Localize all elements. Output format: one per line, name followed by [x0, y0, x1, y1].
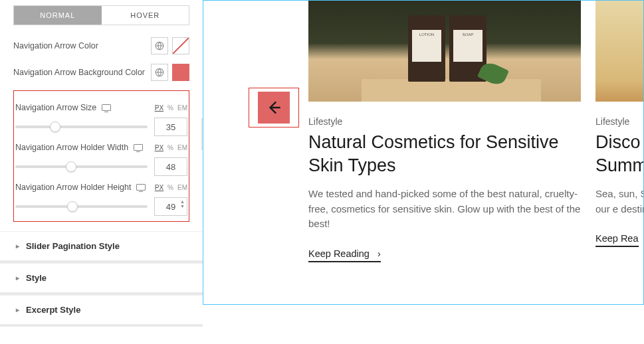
row-arrow-color: Navigation Arrow Color [13, 37, 189, 54]
card-category[interactable]: Lifestyle [308, 116, 581, 127]
slider-holder-width[interactable] [15, 165, 148, 168]
card-description: We tested and hand-picked some of the be… [308, 187, 581, 232]
nav-arrow-prev[interactable] [258, 92, 290, 124]
caret-icon: ▸ [16, 242, 19, 250]
tab-normal[interactable]: NORMAL [14, 6, 102, 25]
keep-reading-link[interactable]: Keep Rea [595, 233, 639, 247]
slider-arrow-size[interactable] [15, 126, 148, 128]
color-swatch-none[interactable] [172, 37, 189, 54]
tab-hover[interactable]: HOVER [102, 6, 189, 25]
highlighted-controls: Navigation Arrow Size PX%EM 35 Navigatio… [13, 90, 189, 222]
accordion-excerpt-style[interactable]: ▸Excerpt Style [0, 295, 203, 327]
keep-reading-link[interactable]: Keep Reading› [308, 248, 381, 262]
slider-card: Lifestyle Disco Summ Sea, sun, See our e… [595, 0, 644, 247]
card-image: LOTION SOAP [308, 0, 581, 102]
label-arrow-color: Navigation Arrow Color [13, 41, 98, 50]
globe-icon[interactable] [151, 64, 168, 81]
label-arrow-bg: Navigation Arrow Background Color [13, 68, 145, 77]
color-swatch-bg[interactable] [172, 64, 189, 81]
unit-selector[interactable]: PX%EM [155, 184, 187, 191]
responsive-icon[interactable] [136, 184, 146, 191]
input-arrow-size[interactable]: 35 [154, 118, 187, 136]
card-category[interactable]: Lifestyle [595, 116, 644, 127]
caret-icon: ▸ [16, 306, 19, 313]
nav-arrow-prev-highlight [249, 88, 299, 128]
input-holder-height[interactable]: 49▲▼ [154, 197, 187, 216]
style-sidebar: NORMAL HOVER Navigation Arrow Color Navi… [0, 0, 203, 344]
accordion-pagination-style[interactable]: ▸Slider Pagination Style [0, 231, 203, 263]
label-arrow-size: Navigation Arrow Size [15, 103, 96, 112]
stepper-icon[interactable]: ▲▼ [180, 199, 185, 209]
responsive-icon[interactable] [134, 144, 143, 151]
unit-selector[interactable]: PX%EM [155, 144, 187, 151]
input-holder-width[interactable]: 48 [154, 157, 187, 176]
preview-canvas: LOTION SOAP Lifestyle Natural Cosmetics … [203, 0, 644, 305]
caret-icon: ▸ [16, 274, 19, 282]
label-holder-width: Navigation Arrow Holder Width [15, 143, 128, 152]
card-title[interactable]: Disco Summ [595, 131, 644, 177]
unit-selector[interactable]: PX%EM [155, 104, 187, 112]
chevron-right-icon: › [377, 248, 381, 259]
slider-holder-height[interactable] [15, 205, 148, 208]
state-tabs: NORMAL HOVER [13, 5, 189, 25]
card-description: Sea, sun, See our e destinati [595, 187, 644, 216]
accordion-style[interactable]: ▸Style [0, 263, 203, 295]
row-arrow-bg-color: Navigation Arrow Background Color [13, 64, 189, 81]
slider-card: LOTION SOAP Lifestyle Natural Cosmetics … [308, 0, 581, 262]
label-holder-height: Navigation Arrow Holder Height [15, 183, 131, 192]
responsive-icon[interactable] [102, 104, 111, 111]
card-image [595, 0, 644, 102]
card-title[interactable]: Natural Cosmetics for Sensitive Skin Typ… [308, 131, 581, 177]
globe-icon[interactable] [151, 37, 168, 54]
